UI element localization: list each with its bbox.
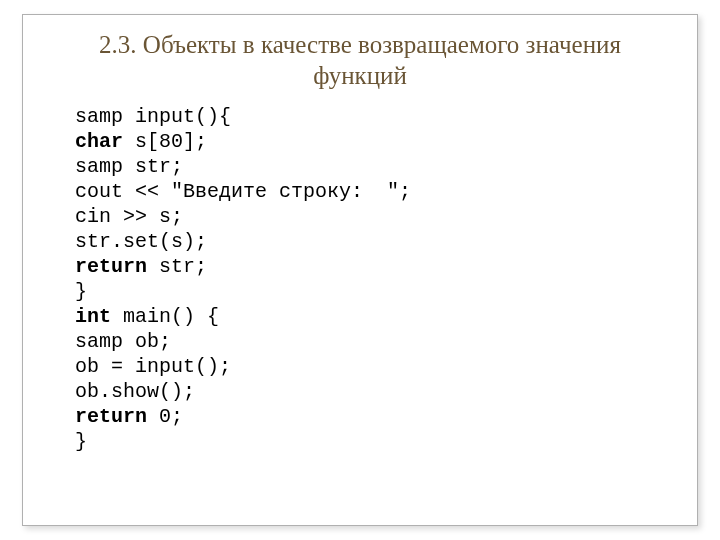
code-text: } (75, 280, 87, 303)
code-line: } (75, 279, 667, 304)
code-line: return str; (75, 254, 667, 279)
code-block: samp input(){char s[80];samp str;cout <<… (53, 104, 667, 454)
code-keyword: return (75, 255, 147, 278)
code-line: ob = input(); (75, 354, 667, 379)
code-line: char s[80]; (75, 129, 667, 154)
code-text: str.set(s); (75, 230, 207, 253)
code-text: samp ob; (75, 330, 171, 353)
code-line: return 0; (75, 404, 667, 429)
code-line: samp ob; (75, 329, 667, 354)
code-text: ob.show(); (75, 380, 195, 403)
code-line: ob.show(); (75, 379, 667, 404)
code-text: samp input(){ (75, 105, 231, 128)
code-line: } (75, 429, 667, 454)
code-text: s[80]; (123, 130, 207, 153)
code-line: cin >> s; (75, 204, 667, 229)
code-line: str.set(s); (75, 229, 667, 254)
code-text: str; (147, 255, 207, 278)
code-line: samp str; (75, 154, 667, 179)
code-keyword: char (75, 130, 123, 153)
code-text: samp str; (75, 155, 183, 178)
code-line: cout << "Введите строку: "; (75, 179, 667, 204)
code-text: cin >> s; (75, 205, 183, 228)
code-text: cout << "Введите строку: "; (75, 180, 411, 203)
code-text: ob = input(); (75, 355, 231, 378)
code-line: samp input(){ (75, 104, 667, 129)
code-text: } (75, 430, 87, 453)
slide-title: 2.3. Объекты в качестве возвращаемого зн… (53, 29, 667, 92)
slide-frame: 2.3. Объекты в качестве возвращаемого зн… (22, 14, 698, 526)
code-keyword: return (75, 405, 147, 428)
code-text: main() { (111, 305, 219, 328)
code-line: int main() { (75, 304, 667, 329)
code-keyword: int (75, 305, 111, 328)
code-text: 0; (147, 405, 183, 428)
